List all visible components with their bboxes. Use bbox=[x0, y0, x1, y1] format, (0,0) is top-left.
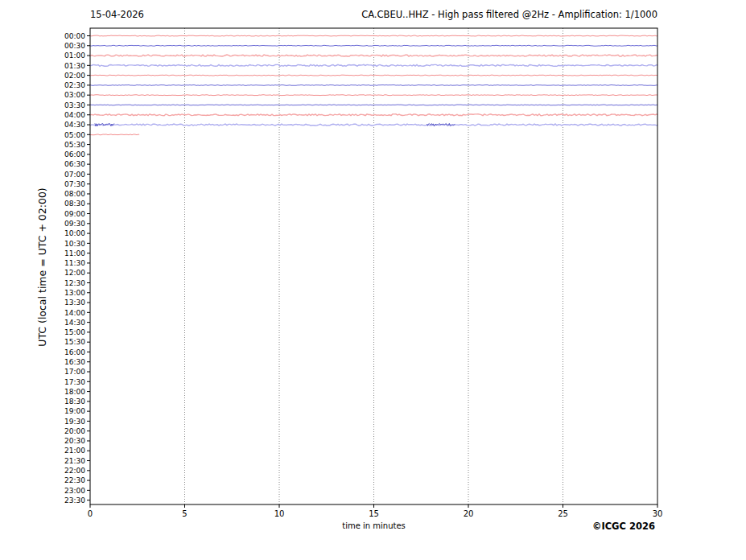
y-tick-label-19:30: 19:30 bbox=[64, 418, 85, 426]
copyright-label: ©ICGC 2026 bbox=[592, 521, 655, 532]
trace-02:00 bbox=[90, 75, 657, 76]
trace-burst-04:30-0 bbox=[95, 123, 114, 126]
plot-frame bbox=[90, 28, 657, 504]
y-tick-label-09:00: 09:00 bbox=[64, 210, 85, 218]
y-tick-label-12:00: 12:00 bbox=[64, 269, 85, 277]
y-tick-label-19:00: 19:00 bbox=[64, 407, 85, 415]
y-tick-label-18:00: 18:00 bbox=[64, 388, 85, 396]
y-tick-label-21:00: 21:00 bbox=[64, 447, 85, 455]
helicorder-figure: 15-04-2026 CA.CBEU..HHZ - High pass filt… bbox=[0, 0, 746, 560]
y-tick-label-03:30: 03:30 bbox=[64, 101, 85, 109]
helicorder-plot: 05101520253000:0000:3001:0001:3002:0002:… bbox=[0, 0, 746, 560]
y-tick-label-11:00: 11:00 bbox=[64, 249, 85, 257]
y-tick-label-07:30: 07:30 bbox=[64, 180, 85, 188]
y-tick-label-23:30: 23:30 bbox=[64, 496, 85, 504]
trace-04:30 bbox=[90, 124, 657, 126]
y-tick-label-16:00: 16:00 bbox=[64, 348, 85, 356]
y-tick-label-20:00: 20:00 bbox=[64, 427, 85, 435]
y-tick-label-07:00: 07:00 bbox=[64, 171, 85, 179]
trace-02:30 bbox=[90, 84, 657, 85]
y-tick-label-15:30: 15:30 bbox=[64, 338, 85, 346]
x-tick-label-30: 30 bbox=[653, 509, 663, 518]
x-tick-label-0: 0 bbox=[88, 509, 93, 518]
y-tick-label-05:30: 05:30 bbox=[64, 141, 85, 149]
y-tick-label-04:30: 04:30 bbox=[64, 121, 85, 129]
y-tick-label-14:30: 14:30 bbox=[64, 319, 85, 327]
y-tick-label-09:30: 09:30 bbox=[64, 220, 85, 228]
y-tick-label-23:00: 23:00 bbox=[64, 487, 85, 495]
y-tick-label-20:30: 20:30 bbox=[64, 437, 85, 445]
y-tick-label-22:30: 22:30 bbox=[64, 476, 85, 484]
y-tick-label-13:30: 13:30 bbox=[64, 299, 85, 307]
y-tick-label-17:30: 17:30 bbox=[64, 378, 85, 386]
x-tick-label-5: 5 bbox=[182, 509, 187, 518]
y-tick-label-12:30: 12:30 bbox=[64, 279, 85, 287]
trace-03:00 bbox=[90, 95, 657, 96]
y-tick-label-02:00: 02:00 bbox=[64, 72, 85, 80]
y-tick-label-00:30: 00:30 bbox=[64, 42, 85, 50]
y-tick-label-14:00: 14:00 bbox=[64, 309, 85, 317]
y-tick-label-08:00: 08:00 bbox=[64, 190, 85, 198]
y-tick-label-10:30: 10:30 bbox=[64, 240, 85, 248]
x-tick-label-20: 20 bbox=[464, 509, 474, 518]
y-tick-label-16:30: 16:30 bbox=[64, 358, 85, 366]
y-tick-label-05:00: 05:00 bbox=[64, 131, 85, 139]
y-tick-label-22:00: 22:00 bbox=[64, 467, 85, 475]
y-tick-label-08:30: 08:30 bbox=[64, 200, 85, 208]
trace-01:00 bbox=[90, 55, 657, 56]
y-tick-label-01:30: 01:30 bbox=[64, 62, 85, 70]
y-tick-label-15:00: 15:00 bbox=[64, 328, 85, 336]
y-tick-label-01:00: 01:00 bbox=[64, 51, 85, 60]
y-tick-label-18:30: 18:30 bbox=[64, 397, 85, 406]
trace-05:00 bbox=[90, 134, 139, 135]
y-tick-label-02:30: 02:30 bbox=[64, 81, 85, 89]
trace-03:30 bbox=[90, 105, 657, 105]
x-tick-label-25: 25 bbox=[558, 509, 568, 518]
y-tick-label-21:30: 21:30 bbox=[64, 457, 85, 465]
x-axis-label: time in minutes bbox=[90, 521, 657, 530]
y-tick-label-11:30: 11:30 bbox=[64, 259, 85, 267]
trace-04:00 bbox=[90, 114, 657, 116]
y-tick-label-10:00: 10:00 bbox=[64, 229, 85, 237]
x-tick-label-10: 10 bbox=[274, 509, 285, 518]
trace-00:30 bbox=[90, 45, 657, 46]
y-tick-label-00:00: 00:00 bbox=[64, 32, 85, 40]
x-tick-label-15: 15 bbox=[369, 509, 379, 518]
y-tick-label-17:00: 17:00 bbox=[64, 368, 85, 376]
y-tick-label-13:00: 13:00 bbox=[64, 289, 85, 297]
y-tick-label-04:00: 04:00 bbox=[64, 111, 85, 119]
y-tick-label-03:00: 03:00 bbox=[64, 91, 85, 99]
y-tick-label-06:30: 06:30 bbox=[64, 160, 85, 168]
y-tick-label-06:00: 06:00 bbox=[64, 150, 85, 159]
